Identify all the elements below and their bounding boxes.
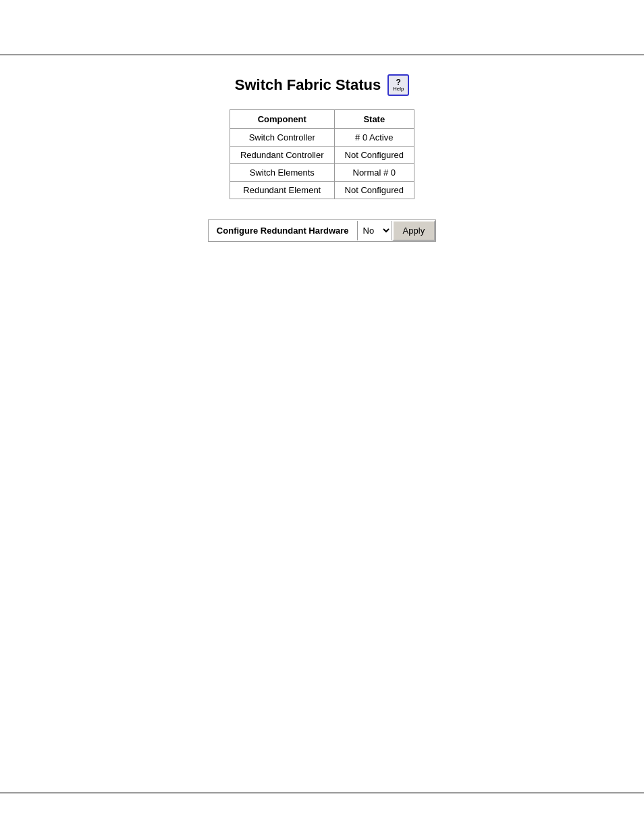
status-table: Component State Switch Controller # 0 Ac… xyxy=(230,109,414,199)
page-title: Switch Fabric Status xyxy=(235,76,381,94)
bottom-border xyxy=(0,792,644,793)
component-cell: Redundant Element xyxy=(230,182,334,199)
configure-label: Configure Redundant Hardware xyxy=(209,220,357,241)
help-button[interactable]: ? Help xyxy=(387,74,409,96)
state-cell: Not Configured xyxy=(334,182,414,199)
top-border xyxy=(0,54,644,55)
table-row: Redundant Element Not Configured xyxy=(230,182,414,199)
column-header-component: Component xyxy=(230,110,334,129)
state-cell: Normal # 0 xyxy=(334,164,414,182)
component-cell: Redundant Controller xyxy=(230,147,334,164)
configure-select[interactable]: No Yes xyxy=(357,221,392,240)
state-cell: # 0 Active xyxy=(334,129,414,147)
table-row: Switch Controller # 0 Active xyxy=(230,129,414,147)
component-cell: Switch Controller xyxy=(230,129,334,147)
table-row: Switch Elements Normal # 0 xyxy=(230,164,414,182)
configure-row: Configure Redundant Hardware No Yes Appl… xyxy=(208,219,436,242)
apply-button[interactable]: Apply xyxy=(392,220,436,241)
state-cell: Not Configured xyxy=(334,147,414,164)
column-header-state: State xyxy=(334,110,414,129)
help-label: Help xyxy=(393,86,404,92)
component-cell: Switch Elements xyxy=(230,164,334,182)
table-row: Redundant Controller Not Configured xyxy=(230,147,414,164)
